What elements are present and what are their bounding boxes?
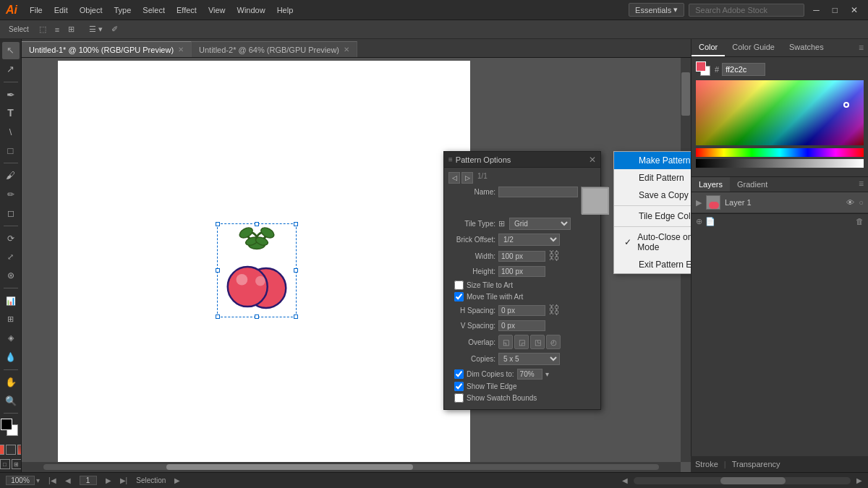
v-spacing-input[interactable]	[498, 320, 545, 331]
next-page-icon[interactable]: ▶|	[120, 476, 128, 484]
size-to-art-checkbox[interactable]	[454, 281, 464, 290]
hand-tool[interactable]: ✋	[2, 374, 20, 391]
line-tool[interactable]: \	[2, 123, 20, 140]
restore-button[interactable]: □	[828, 4, 842, 17]
options-select[interactable]: Select	[4, 23, 33, 35]
pattern-dialog-close[interactable]: ✕	[589, 155, 596, 165]
zoom-input[interactable]	[6, 476, 35, 485]
options-arrange[interactable]: ☰ ▾	[86, 25, 106, 34]
type-tool[interactable]: T	[2, 105, 20, 122]
menu-window[interactable]: Window	[232, 4, 271, 17]
dim-copies-checkbox[interactable]	[454, 369, 464, 379]
select-tool[interactable]: ↖	[2, 42, 20, 59]
scale-tool[interactable]: ⤢	[2, 248, 20, 265]
h-scroll-track[interactable]	[634, 477, 851, 484]
menu-file[interactable]: File	[25, 4, 48, 17]
height-input[interactable]	[498, 266, 545, 277]
width-input[interactable]	[498, 251, 545, 262]
tab-close-2[interactable]: ✕	[344, 46, 349, 53]
overlap-btn-1[interactable]: ◱	[498, 335, 513, 349]
dim-copies-input[interactable]	[517, 369, 542, 380]
delete-layer-icon[interactable]: 🗑	[856, 217, 864, 226]
fg-color-chip[interactable]	[696, 61, 706, 72]
overlap-btn-4[interactable]: ◴	[546, 335, 561, 349]
tab-gradient[interactable]: Gradient	[730, 177, 775, 192]
new-layer-icon[interactable]: 📄	[705, 217, 715, 226]
horizontal-scroll-thumb[interactable]	[166, 464, 412, 470]
hue-bar[interactable]	[696, 148, 864, 157]
scroll-left-icon[interactable]: ◀	[622, 476, 628, 484]
close-button[interactable]: ✕	[846, 4, 862, 17]
scroll-right-icon[interactable]: ▶	[856, 476, 862, 484]
layer-1-name[interactable]: Layer 1	[725, 198, 842, 207]
rect-tool[interactable]: □	[2, 142, 20, 159]
prev-art-icon[interactable]: ◀	[65, 476, 71, 484]
zoom-tool[interactable]: 🔍	[2, 392, 20, 409]
tab-swatches[interactable]: Swatches	[782, 39, 831, 56]
h-scroll-thumb[interactable]	[720, 477, 786, 484]
ctx-make-pattern[interactable]: Make Pattern	[614, 152, 691, 169]
color-panel-menu[interactable]: ≡	[854, 41, 868, 54]
menu-view[interactable]: View	[203, 4, 231, 17]
essentials-button[interactable]: Color Essentials ▾	[629, 3, 684, 17]
handle-tc[interactable]	[255, 222, 259, 226]
layer-lock-icon[interactable]: ○	[859, 198, 864, 207]
menu-object[interactable]: Object	[75, 4, 108, 17]
move-with-art-checkbox[interactable]	[454, 292, 464, 301]
eraser-tool[interactable]: ◻	[2, 205, 20, 222]
cherry-artwork[interactable]	[217, 223, 297, 317]
handle-tr[interactable]	[294, 222, 298, 226]
ctx-tile-edge-color[interactable]: Tile Edge Color…	[614, 207, 691, 225]
handle-bc[interactable]	[255, 314, 259, 319]
pattern-name-input[interactable]	[498, 187, 578, 197]
prev-page-icon[interactable]: |◀	[48, 476, 56, 484]
direct-select-tool[interactable]: ↗	[2, 61, 20, 78]
pen-tool[interactable]: ✒	[2, 86, 20, 103]
artboard-input[interactable]	[80, 476, 97, 485]
layer-visibility-icon[interactable]: 👁	[846, 198, 854, 207]
handle-tl[interactable]	[216, 222, 220, 226]
bw-bar[interactable]	[696, 159, 864, 168]
eyedropper-tool[interactable]: 💧	[2, 348, 20, 366]
tab-layers[interactable]: Layers	[692, 177, 730, 192]
mesh-tool[interactable]: ⊞	[2, 311, 20, 328]
horizontal-scrollbar[interactable]	[22, 462, 681, 472]
copies-select[interactable]: 5 x 5	[498, 353, 560, 365]
tile-type-select[interactable]: Grid	[509, 218, 571, 230]
zoom-dropdown-icon[interactable]: ▾	[36, 476, 40, 484]
h-spacing-link-icon[interactable]: ⛓	[548, 304, 560, 317]
tab-close-1[interactable]: ✕	[178, 46, 184, 53]
pattern-nav-next[interactable]: ▷	[461, 172, 473, 184]
full-screen-icon[interactable]: ⊞	[12, 459, 22, 469]
layers-panel-menu[interactable]: ≡	[854, 177, 868, 192]
rotate-tool[interactable]: ⟳	[2, 230, 20, 247]
overlap-btn-2[interactable]: ◲	[514, 335, 529, 349]
tab-document-2[interactable]: Untitled-2* @ 64% (RGB/GPU Preview) ✕	[192, 41, 357, 57]
tab-color-guide[interactable]: Color Guide	[725, 39, 782, 56]
ctx-edit-pattern[interactable]: Edit Pattern	[614, 169, 691, 187]
show-swatch-bounds-checkbox[interactable]	[454, 393, 464, 403]
handle-bl[interactable]	[216, 314, 220, 319]
warp-tool[interactable]: ⊛	[2, 267, 20, 284]
minimize-button[interactable]: ─	[809, 4, 824, 17]
menu-type[interactable]: Type	[109, 4, 137, 17]
brick-offset-select[interactable]: 1/2	[498, 234, 560, 246]
handle-mr[interactable]	[294, 268, 298, 273]
paintbrush-tool[interactable]: 🖌	[2, 167, 20, 184]
pattern-nav-prev[interactable]: ◁	[448, 172, 460, 184]
make-sublayer-icon[interactable]: ⊕	[696, 217, 702, 226]
graph-tool[interactable]: 📊	[2, 292, 20, 309]
handle-ml[interactable]	[216, 268, 220, 273]
menu-help[interactable]: Help	[272, 4, 299, 17]
gradient-tool[interactable]: ◈	[2, 330, 20, 347]
options-pen[interactable]: ✐	[109, 25, 121, 34]
menu-edit[interactable]: Edit	[49, 4, 73, 17]
foreground-color[interactable]	[1, 419, 12, 430]
h-spacing-input[interactable]	[498, 305, 545, 316]
vertical-scroll-thumb[interactable]	[681, 72, 690, 116]
color-spectrum[interactable]	[696, 80, 864, 145]
layer-expand-icon[interactable]: ▶	[696, 198, 702, 207]
ctx-exit-pattern[interactable]: Exit Pattern Editing Mode	[614, 256, 691, 273]
show-tile-edge-checkbox[interactable]	[454, 382, 464, 391]
ctx-auto-close[interactable]: ✓ Auto-Close on Exiting Edit Mode	[614, 228, 691, 256]
